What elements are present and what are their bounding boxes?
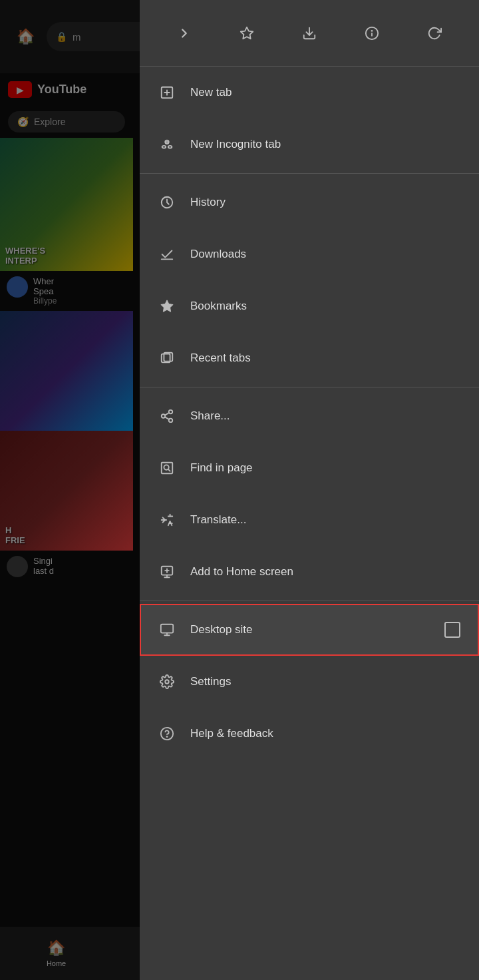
translate-icon xyxy=(158,511,176,529)
svg-marker-0 xyxy=(241,27,253,38)
history-label: History xyxy=(190,196,226,209)
svg-line-19 xyxy=(165,417,169,419)
settings-label: Settings xyxy=(190,675,231,688)
svg-line-20 xyxy=(165,413,169,415)
menu-item-downloads[interactable]: Downloads xyxy=(140,228,479,280)
menu-item-help-feedback[interactable]: Help & feedback xyxy=(140,708,479,760)
context-menu: New tab New Incognito tab History xyxy=(140,0,479,980)
new-incognito-tab-label: New Incognito tab xyxy=(190,138,281,151)
find-icon xyxy=(158,459,176,477)
bookmarks-icon xyxy=(158,298,176,315)
menu-item-recent-tabs[interactable]: Recent tabs xyxy=(140,332,479,384)
divider-3 xyxy=(140,601,479,601)
svg-rect-21 xyxy=(162,463,173,474)
recent-tabs-icon xyxy=(158,350,176,367)
desktop-site-checkbox[interactable] xyxy=(444,622,460,638)
menu-item-desktop-site[interactable]: Desktop site xyxy=(140,604,479,656)
menu-item-history[interactable]: History xyxy=(140,176,479,228)
share-icon xyxy=(158,407,176,425)
desktop-site-label: Desktop site xyxy=(190,623,253,636)
downloads-label: Downloads xyxy=(190,248,246,261)
bookmarks-label: Bookmarks xyxy=(190,300,247,313)
add-to-home-label: Add to Home screen xyxy=(190,565,293,579)
desktop-icon xyxy=(158,621,176,638)
recent-tabs-label: Recent tabs xyxy=(190,352,251,365)
incognito-icon xyxy=(158,136,176,153)
svg-point-32 xyxy=(165,680,169,684)
add-home-icon xyxy=(158,563,176,581)
menu-item-find-in-page[interactable]: Find in page xyxy=(140,442,479,494)
refresh-button[interactable] xyxy=(418,17,451,50)
history-icon xyxy=(158,194,176,211)
new-tab-icon xyxy=(158,84,176,101)
share-label: Share... xyxy=(190,409,230,423)
new-tab-label: New tab xyxy=(190,86,232,99)
menu-toolbar xyxy=(140,0,479,67)
download-button[interactable] xyxy=(293,17,326,50)
menu-item-settings[interactable]: Settings xyxy=(140,656,479,708)
divider-1 xyxy=(140,173,479,174)
menu-item-translate[interactable]: Translate... xyxy=(140,494,479,546)
menu-item-new-tab[interactable]: New tab xyxy=(140,67,479,119)
menu-item-share[interactable]: Share... xyxy=(140,390,479,442)
svg-rect-29 xyxy=(161,624,173,633)
info-button[interactable] xyxy=(355,17,389,50)
bookmark-button[interactable] xyxy=(230,17,263,50)
svg-point-9 xyxy=(162,146,166,148)
settings-icon xyxy=(158,673,176,690)
svg-marker-13 xyxy=(161,300,173,312)
find-in-page-label: Find in page xyxy=(190,461,253,475)
menu-item-new-incognito-tab[interactable]: New Incognito tab xyxy=(140,119,479,170)
downloads-icon xyxy=(158,246,176,263)
svg-point-10 xyxy=(168,146,172,148)
svg-line-23 xyxy=(168,469,170,471)
help-icon xyxy=(158,725,176,742)
menu-item-bookmarks[interactable]: Bookmarks xyxy=(140,280,479,332)
menu-item-add-to-home[interactable]: Add to Home screen xyxy=(140,546,479,598)
translate-label: Translate... xyxy=(190,513,246,527)
help-feedback-label: Help & feedback xyxy=(190,727,273,740)
divider-2 xyxy=(140,387,479,387)
forward-button[interactable] xyxy=(168,17,201,50)
